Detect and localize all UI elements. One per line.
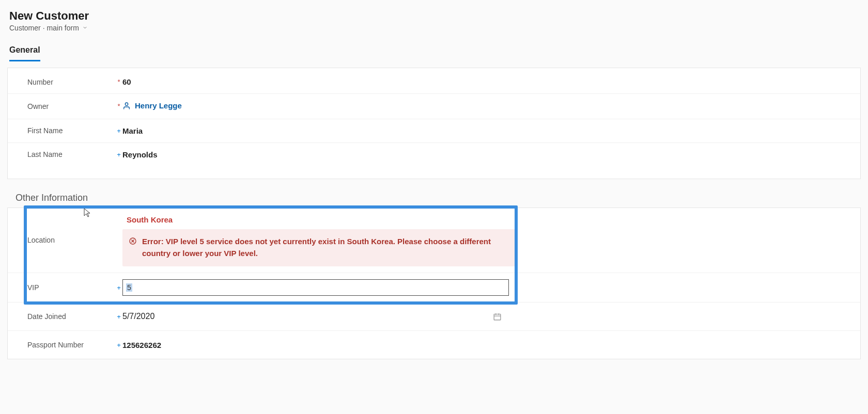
number-label: Number [27,78,115,86]
general-section: Number * 60 Owner * Henry Legge First Na… [7,68,861,179]
first-name-label: First Name [27,126,115,135]
page-title: New Customer [9,9,861,23]
number-field[interactable]: 60 [122,77,851,86]
tab-bar: General [9,42,861,61]
recommended-marker: + [115,128,122,134]
breadcrumb-entity: Customer [9,24,41,32]
other-information-title: Other Information [16,193,861,203]
svg-point-0 [125,103,128,105]
tab-general[interactable]: General [9,42,40,61]
location-error-text: Error: VIP level 5 service does not yet … [142,235,507,260]
other-information-section: Location South Korea Error: VIP level 5 … [7,208,861,360]
breadcrumb-separator: · [43,24,45,32]
owner-label: Owner [27,102,115,110]
last-name-label: Last Name [27,150,115,158]
required-marker: * [115,103,122,109]
owner-lookup[interactable]: Henry Legge [122,101,182,110]
vip-label: VIP [27,283,115,292]
breadcrumb: Customer · main form [9,24,861,32]
passport-label: Passport Number [27,341,115,349]
passport-field[interactable]: 125626262 [122,341,515,349]
date-joined-label: Date Joined [27,312,115,321]
required-marker: * [115,78,122,85]
first-name-field[interactable]: Maria [122,126,851,135]
location-error-panel: Error: VIP level 5 service does not yet … [122,229,515,267]
calendar-icon[interactable] [493,312,502,321]
vip-input-value: 5 [126,283,132,292]
svg-rect-4 [494,314,501,320]
location-label: Location [27,236,115,244]
location-field-area: South Korea Error: VIP level 5 service d… [122,214,515,267]
form-selector[interactable]: main form [47,24,88,32]
date-joined-value: 5/7/2020 [122,312,154,321]
date-joined-field[interactable]: 5/7/2020 [122,312,502,321]
recommended-marker: + [115,313,122,320]
recommended-marker: + [115,151,122,158]
error-icon [129,236,137,248]
form-selector-label: main form [47,24,79,32]
recommended-marker: + [115,342,122,348]
last-name-field[interactable]: Reynolds [122,150,851,159]
vip-input[interactable]: 5 [122,279,509,296]
owner-name: Henry Legge [135,101,182,110]
person-icon [122,102,131,110]
location-field[interactable]: South Korea [127,215,515,224]
chevron-down-icon [82,24,88,32]
recommended-marker: + [115,284,122,291]
